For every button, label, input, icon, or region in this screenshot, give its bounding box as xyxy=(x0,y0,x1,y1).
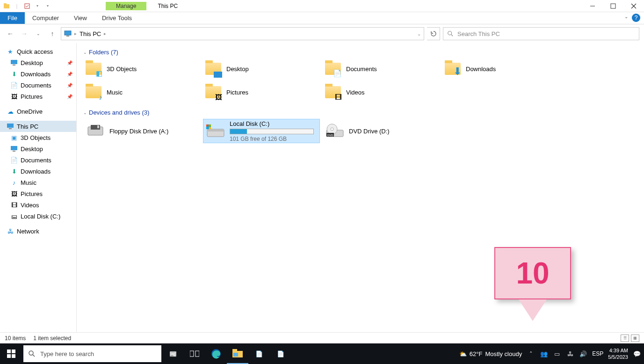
tiles-view-button[interactable]: ▦ xyxy=(631,335,639,342)
sidebar-local-disk[interactable]: 🖴Local Disk (C:) xyxy=(0,211,76,222)
sidebar-label: OneDrive xyxy=(17,108,43,115)
pictures-icon: 🖼 xyxy=(10,93,18,100)
folder-pictures[interactable]: 🖼 Pictures xyxy=(203,82,320,102)
annotation-arrow-icon xyxy=(519,299,547,321)
sidebar-documents-pc[interactable]: 📄Documents xyxy=(0,154,76,166)
start-button[interactable] xyxy=(0,343,22,364)
sidebar-label: Pictures xyxy=(21,93,43,100)
sidebar-quick-access[interactable]: ★ Quick access xyxy=(0,46,76,57)
qat-customize-icon[interactable]: ▾ xyxy=(44,2,51,10)
chevron-right-icon[interactable]: ▸ xyxy=(74,31,77,36)
sidebar-label: Pictures xyxy=(21,190,43,197)
tray-network-icon[interactable]: 🖧 xyxy=(566,349,574,358)
search-box[interactable]: Search This PC xyxy=(443,27,639,40)
drive-dvd[interactable]: DVD DVD Drive (D:) xyxy=(323,119,440,143)
floppy-icon xyxy=(86,123,105,139)
folder-videos[interactable]: 🎞 Videos xyxy=(323,82,440,102)
sidebar-desktop[interactable]: Desktop 📌 xyxy=(0,57,76,68)
address-bar[interactable]: ▸ This PC ▸ ⌄ xyxy=(61,27,424,40)
sidebar-3d-objects[interactable]: ▣3D Objects xyxy=(0,132,76,143)
tray-overflow-icon[interactable]: ˄ xyxy=(527,349,535,358)
titlebar: | ▾ ▾ Manage This PC xyxy=(0,0,644,12)
recent-dropdown-icon[interactable]: ⌄ xyxy=(33,28,44,39)
back-button[interactable]: ← xyxy=(5,28,16,39)
folder-3d-objects[interactable]: ◧ 3D Objects xyxy=(83,58,200,79)
tray-language[interactable]: ESP xyxy=(592,350,603,357)
taskbar-search[interactable]: Type here to search xyxy=(23,345,161,362)
sidebar-network[interactable]: 🖧 Network xyxy=(0,226,76,237)
ribbon-collapse-icon[interactable]: ⌄ xyxy=(624,14,628,19)
file-tab[interactable]: File xyxy=(0,12,25,24)
close-button[interactable] xyxy=(623,0,644,12)
drive-icon: 🖴 xyxy=(10,212,18,220)
folder-label: Documents xyxy=(346,66,377,73)
folder-label: Pictures xyxy=(226,89,248,96)
forward-button[interactable]: → xyxy=(19,28,30,39)
minimize-button[interactable] xyxy=(582,0,603,12)
search-icon xyxy=(447,30,454,37)
tray-volume-icon[interactable]: 🔊 xyxy=(579,349,587,358)
qat-dropdown-icon[interactable]: ▾ xyxy=(34,2,41,10)
downloads-icon: ⬇ xyxy=(10,70,18,78)
quick-access-toolbar: | ▾ ▾ xyxy=(0,2,54,10)
folder-music[interactable]: ♪ Music xyxy=(83,82,200,102)
refresh-button[interactable] xyxy=(427,27,440,40)
contextual-tab-label: Manage xyxy=(106,2,146,10)
folder-documents[interactable]: 📄 Documents xyxy=(323,58,440,79)
taskbar-weather[interactable]: ⛅ 62°F Mostly cloudy xyxy=(459,350,522,357)
sidebar-downloads[interactable]: ⬇ Downloads 📌 xyxy=(0,68,76,80)
folder-icon: ⬇ xyxy=(444,60,461,77)
chevron-right-icon[interactable]: ▸ xyxy=(104,31,106,36)
breadcrumb-this-pc[interactable]: This PC xyxy=(80,30,101,37)
taskbar-notepad-icon-2[interactable]: 📄 xyxy=(270,343,291,364)
svg-rect-4 xyxy=(611,4,615,8)
tray-clock[interactable]: 4:39 AM 5/5/2023 xyxy=(608,347,628,360)
window-title: This PC xyxy=(146,3,189,9)
taskbar-news-icon[interactable]: 📰 xyxy=(162,343,184,364)
sidebar-this-pc[interactable]: This PC xyxy=(0,121,76,132)
sidebar-videos-pc[interactable]: 🎞Videos xyxy=(0,199,76,211)
pc-icon xyxy=(64,30,72,37)
action-center-icon[interactable]: 💬 xyxy=(633,349,641,358)
sidebar-documents[interactable]: 📄 Documents 📌 xyxy=(0,80,76,91)
folder-downloads[interactable]: ⬇ Downloads xyxy=(442,58,559,79)
group-drives-header[interactable]: ⌄ Devices and drives (3) xyxy=(83,109,637,116)
downloads-icon: ⬇ xyxy=(10,167,18,175)
sidebar-desktop-pc[interactable]: Desktop xyxy=(0,143,76,154)
help-button[interactable]: ? xyxy=(632,14,640,22)
sidebar-onedrive[interactable]: ☁ OneDrive xyxy=(0,106,76,117)
taskbar-notepad-icon[interactable]: 📄 xyxy=(248,343,270,364)
computer-tab[interactable]: Computer xyxy=(25,12,66,24)
qat-sep-icon: | xyxy=(13,2,21,10)
tray-meet-icon[interactable]: ▭ xyxy=(553,349,561,358)
sidebar-pictures[interactable]: 🖼 Pictures 📌 xyxy=(0,91,76,102)
sidebar-downloads-pc[interactable]: ⬇Downloads xyxy=(0,166,76,177)
taskbar-explorer-icon[interactable] xyxy=(227,343,248,364)
svg-rect-20 xyxy=(97,125,99,128)
properties-icon[interactable] xyxy=(23,2,31,10)
drive-floppy[interactable]: Floppy Disk Drive (A:) xyxy=(83,119,200,143)
taskbar: Type here to search 📰 📄 📄 ⛅ 62°F Mostly … xyxy=(0,343,644,364)
up-button[interactable]: ↑ xyxy=(47,28,58,39)
group-folders-header[interactable]: ⌄ Folders (7) xyxy=(83,49,637,56)
sidebar-music-pc[interactable]: ♪Music xyxy=(0,177,76,188)
svg-rect-27 xyxy=(209,127,211,130)
view-tab[interactable]: View xyxy=(66,12,94,24)
tray-people-icon[interactable]: 👥 xyxy=(540,349,548,358)
desktop-icon xyxy=(10,59,18,66)
taskbar-edge-icon[interactable] xyxy=(205,343,227,364)
sidebar-pictures-pc[interactable]: 🖼Pictures xyxy=(0,188,76,199)
details-view-button[interactable]: ☰ xyxy=(621,335,629,342)
drive-local-disk[interactable]: Local Disk (C:) 101 GB free of 126 GB xyxy=(203,119,320,143)
sidebar-label: Network xyxy=(17,228,39,235)
svg-rect-14 xyxy=(9,128,12,129)
svg-rect-2 xyxy=(25,4,29,8)
weather-icon: ⛅ xyxy=(459,350,467,357)
tray-date: 5/5/2023 xyxy=(608,354,628,360)
taskbar-taskview-icon[interactable] xyxy=(184,343,205,364)
maximize-button[interactable] xyxy=(603,0,623,12)
folder-icon: ◧ xyxy=(85,60,102,77)
address-dropdown-icon[interactable]: ⌄ xyxy=(417,31,421,36)
folder-desktop[interactable]: Desktop xyxy=(203,58,320,79)
drive-tools-tab[interactable]: Drive Tools xyxy=(94,12,139,24)
